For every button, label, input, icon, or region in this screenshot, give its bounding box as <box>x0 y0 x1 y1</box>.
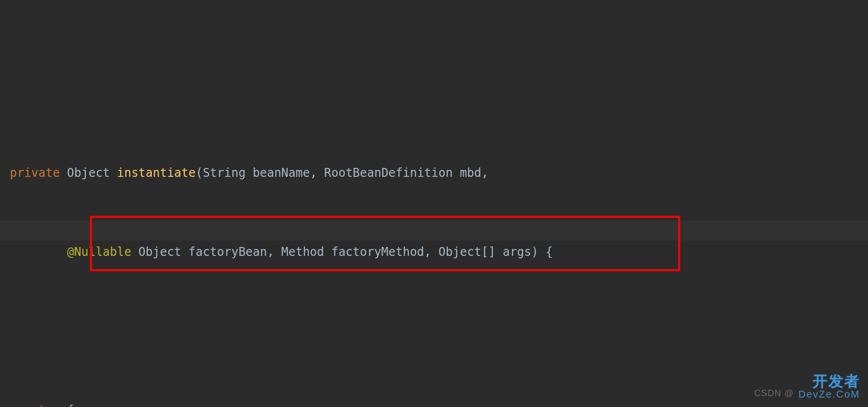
code-line[interactable]: try { <box>0 400 868 407</box>
method-name-instantiate: instantiate <box>117 166 196 180</box>
code-editor[interactable]: private Object instantiate(String beanNa… <box>0 0 868 407</box>
signature-part: Object factoryBean, Method factoryMethod… <box>131 245 553 259</box>
keyword-private: private <box>10 166 60 180</box>
signature-part: (String beanName, RootBeanDefinition mbd… <box>196 166 488 180</box>
code-line-blank[interactable] <box>0 321 868 341</box>
annotation-nullable: @Nullable <box>67 245 131 259</box>
watermark-bottom: DevZe.CoM <box>798 384 860 404</box>
type-object: Object <box>67 166 110 180</box>
code-line[interactable]: private Object instantiate(String beanNa… <box>0 163 868 183</box>
brace: { <box>60 403 74 407</box>
code-layer: private Object instantiate(String beanNa… <box>0 104 868 407</box>
keyword-try: try <box>39 403 60 407</box>
csdn-watermark: CSDN @ <box>754 383 794 403</box>
code-line[interactable]: @Nullable Object factoryBean, Method fac… <box>0 242 868 262</box>
